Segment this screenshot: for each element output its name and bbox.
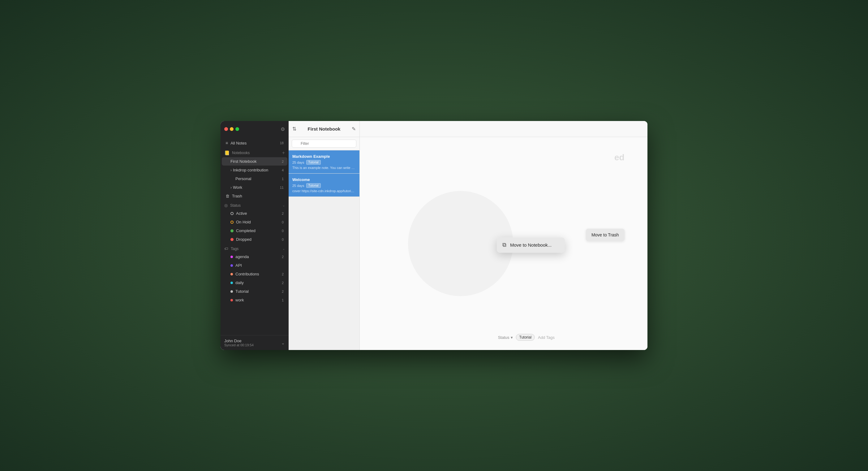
- personal-label: Personal: [236, 176, 281, 181]
- tag-tutorial-count: 2: [282, 290, 284, 293]
- note-item-markdown[interactable]: Markdown Example 25 days Tutorial This i…: [289, 150, 360, 174]
- note-item-welcome[interactable]: Welcome 25 days Tutorial cover https://s…: [289, 174, 360, 197]
- main-content: ed ⧉ Move to Notebook... Move to Trash S…: [360, 137, 647, 350]
- note-tag-markdown: Tutorial: [306, 160, 321, 165]
- tag-api-label: API: [236, 263, 284, 268]
- add-tags-button[interactable]: Add Tags: [538, 335, 555, 340]
- tag-daily-label: daily: [236, 281, 281, 285]
- trash-label: Trash: [232, 194, 284, 198]
- tag-daily-count: 2: [282, 281, 284, 285]
- chevron-right-icon-work: ›: [230, 185, 232, 190]
- sidebar-item-active[interactable]: Active 2: [222, 209, 287, 217]
- sidebar-item-tag-agenda[interactable]: agenda 2: [222, 253, 287, 261]
- sidebar-item-tag-daily[interactable]: daily 2: [222, 278, 287, 287]
- note-list-header: ⇅ First Notebook ✎: [289, 121, 360, 137]
- note-age-welcome: 25 days: [292, 184, 304, 187]
- note-tag-welcome: Tutorial: [306, 183, 321, 188]
- active-label: Active: [236, 211, 281, 216]
- tag-dot-contributions: [230, 273, 233, 275]
- filter-input[interactable]: [292, 140, 356, 148]
- all-notes-icon: ≡: [225, 141, 228, 145]
- user-info: John Doe Synced at 00:19:54: [224, 338, 279, 347]
- dropped-label: Dropped: [236, 237, 281, 242]
- first-notebook-label: First Notebook: [230, 159, 281, 164]
- tutorial-tag-badge[interactable]: Tutorial: [516, 334, 535, 341]
- status-chevron-icon: ⌄: [282, 204, 285, 207]
- chevron-right-icon: ›: [230, 168, 232, 172]
- sidebar-item-completed[interactable]: Completed 0: [222, 227, 287, 235]
- sidebar-item-work[interactable]: › Work 11: [222, 183, 287, 192]
- all-notes-label: All Notes: [230, 141, 279, 145]
- tag-dot-daily: [230, 282, 233, 284]
- sidebar-item-tag-tutorial[interactable]: Tutorial 2: [222, 287, 287, 296]
- context-menu: ⧉ Move to Notebook...: [497, 237, 565, 253]
- move-to-notebook-menu-item[interactable]: ⧉ Move to Notebook...: [497, 237, 565, 253]
- sidebar-item-personal[interactable]: Personal 1: [222, 175, 287, 183]
- notebooks-section[interactable]: 📒 Notebooks +: [221, 148, 289, 157]
- maximize-button[interactable]: [236, 127, 239, 131]
- onhold-label: On Hold: [236, 220, 281, 224]
- tag-dot-agenda: [230, 256, 233, 258]
- tags-chevron-icon: ⌄: [282, 247, 285, 251]
- minimize-button[interactable]: [230, 127, 234, 131]
- footer-chevron-icon[interactable]: ⌄: [281, 341, 285, 345]
- main-area: ed ⧉ Move to Notebook... Move to Trash S…: [360, 121, 647, 350]
- work-count: 11: [280, 186, 284, 189]
- tags-icon: 🏷: [224, 246, 228, 251]
- faded-note-title: ed: [614, 153, 625, 163]
- completed-count: 0: [282, 229, 284, 233]
- user-name: John Doe: [224, 338, 279, 343]
- first-notebook-count: 2: [282, 160, 284, 164]
- notebooks-label: Notebooks: [232, 151, 281, 155]
- inkdrop-count: 4: [282, 168, 284, 172]
- tag-dot-work: [230, 299, 233, 301]
- sidebar-item-tag-contributions[interactable]: Contributions 2: [222, 270, 287, 278]
- tag-tutorial-label: Tutorial: [236, 289, 281, 294]
- status-dropdown[interactable]: Status ▾: [498, 335, 513, 340]
- status-icon: ◎: [224, 203, 228, 208]
- status-label: Status: [230, 203, 282, 208]
- onhold-count: 0: [282, 220, 284, 224]
- tags-section[interactable]: 🏷 Tags ⌄: [221, 244, 289, 252]
- move-to-trash-button[interactable]: Move to Trash: [586, 229, 625, 241]
- tag-dot-tutorial: [230, 290, 233, 293]
- note-meta-markdown: 25 days Tutorial: [292, 160, 356, 165]
- sidebar-item-first-notebook[interactable]: First Notebook 2: [222, 157, 287, 166]
- sidebar-item-tag-work[interactable]: work 1: [222, 296, 287, 304]
- new-note-button[interactable]: ✎: [352, 126, 356, 132]
- sync-status: Synced at 00:19:54: [224, 343, 279, 347]
- active-dot: [230, 212, 234, 215]
- note-list-panel: ⇅ First Notebook ✎ ⌕ Markdown Example 25…: [289, 121, 360, 350]
- active-count: 2: [282, 212, 284, 215]
- completed-dot: [230, 229, 234, 232]
- sidebar-item-inkdrop[interactable]: › Inkdrop contribution 4: [222, 166, 287, 174]
- personal-count: 1: [282, 177, 284, 181]
- dropped-count: 0: [282, 238, 284, 241]
- work-label: Work: [233, 185, 279, 190]
- status-dropdown-label: Status: [498, 335, 509, 340]
- sidebar-item-tag-api[interactable]: API: [222, 261, 287, 269]
- sidebar-content: ≡ All Notes 18 📒 Notebooks + First Noteb…: [221, 137, 289, 335]
- tag-contributions-label: Contributions: [236, 272, 281, 276]
- sidebar-item-all-notes[interactable]: ≡ All Notes 18: [222, 139, 287, 147]
- status-section[interactable]: ◎ Status ⌄: [221, 201, 289, 209]
- filter-wrap: ⌕: [292, 140, 356, 148]
- notebook-icon: 📒: [224, 150, 229, 155]
- move-to-notebook-label: Move to Notebook...: [510, 242, 552, 247]
- tag-contributions-count: 2: [282, 272, 284, 276]
- add-notebook-button[interactable]: +: [282, 150, 285, 156]
- close-button[interactable]: [224, 127, 228, 131]
- note-age-markdown: 25 days: [292, 160, 304, 164]
- sidebar-item-onhold[interactable]: On Hold 0: [222, 218, 287, 226]
- sidebar-item-dropped[interactable]: Dropped 0: [222, 235, 287, 243]
- inkdrop-label: Inkdrop contribution: [233, 168, 281, 172]
- note-preview-markdown: This is an example note. You can write n…: [292, 166, 356, 170]
- tag-agenda-label: agenda: [236, 254, 281, 259]
- sidebar-item-trash[interactable]: 🗑 Trash: [222, 192, 287, 200]
- completed-label: Completed: [236, 228, 281, 233]
- sort-button[interactable]: ⇅: [292, 126, 296, 132]
- gear-icon[interactable]: ⚙: [281, 126, 285, 132]
- filter-bar: ⌕: [289, 137, 360, 150]
- tag-work-label: work: [236, 298, 281, 302]
- tag-work-count: 1: [282, 298, 284, 302]
